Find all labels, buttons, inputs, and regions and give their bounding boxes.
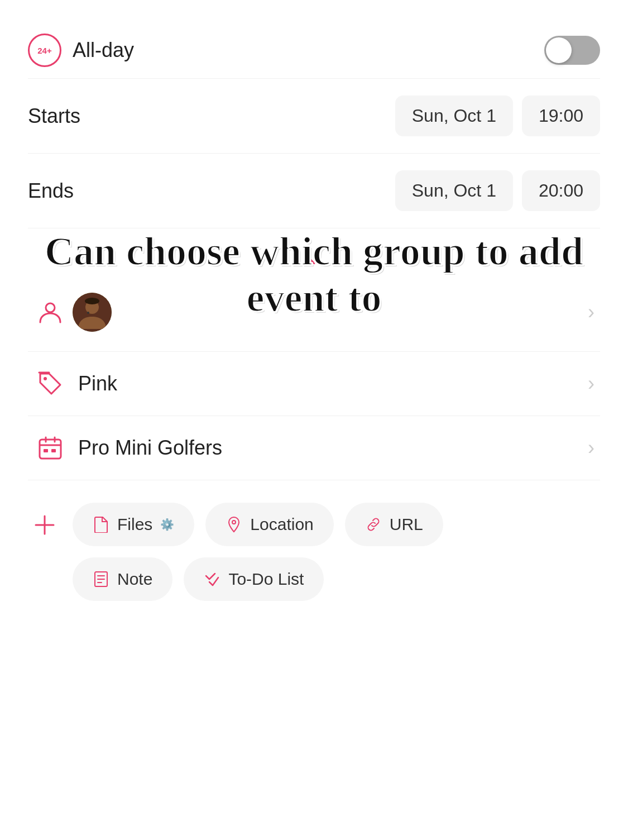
calendar-label: Pro Mini Golfers bbox=[78, 436, 588, 460]
files-badge: ⚙️ bbox=[160, 518, 174, 531]
files-pill[interactable]: Files ⚙️ bbox=[73, 503, 194, 546]
allday-row: All-day bbox=[28, 22, 600, 79]
add-button[interactable] bbox=[28, 508, 61, 542]
color-label: Pink bbox=[78, 372, 588, 395]
note-label: Note bbox=[117, 570, 152, 589]
contact-chevron-right-icon: › bbox=[588, 300, 595, 324]
svg-rect-10 bbox=[51, 449, 56, 452]
svg-point-0 bbox=[46, 303, 55, 312]
person-icon bbox=[33, 300, 67, 324]
calendar-icon bbox=[33, 436, 67, 460]
starts-controls: Sun, Oct 1 19:00 bbox=[395, 96, 600, 136]
ends-controls: Sun, Oct 1 20:00 bbox=[395, 170, 600, 211]
contact-avatar bbox=[73, 293, 112, 332]
url-pill[interactable]: URL bbox=[345, 503, 443, 546]
starts-date-button[interactable]: Sun, Oct 1 bbox=[395, 96, 513, 136]
calendar-chevron-right-icon: › bbox=[588, 436, 595, 460]
allday-left: All-day bbox=[28, 34, 134, 67]
todo-pill[interactable]: To-Do List bbox=[184, 557, 324, 601]
pills-row-2: Note To-Do List bbox=[73, 557, 600, 601]
todo-label: To-Do List bbox=[228, 570, 304, 589]
allday-label: All-day bbox=[73, 39, 134, 62]
pills-row-1: Files ⚙️ Location URL bbox=[73, 503, 600, 546]
color-row[interactable]: Pink › bbox=[28, 352, 600, 416]
pills-grid: Files ⚙️ Location URL bbox=[73, 503, 600, 601]
color-value: Pink bbox=[78, 372, 117, 395]
contact-section: Can choose which group to add event to bbox=[28, 273, 600, 352]
allday-toggle[interactable] bbox=[544, 36, 600, 65]
tag-icon bbox=[33, 371, 67, 396]
main-container: All-day Starts Sun, Oct 1 19:00 Ends Sun… bbox=[0, 0, 628, 634]
ends-label: Ends bbox=[28, 179, 74, 203]
svg-point-13 bbox=[232, 521, 236, 524]
svg-point-3 bbox=[87, 312, 89, 314]
clock-24-icon bbox=[28, 34, 61, 67]
calendar-row[interactable]: Pro Mini Golfers › bbox=[28, 416, 600, 480]
avatar-image bbox=[73, 293, 112, 332]
location-label: Location bbox=[250, 515, 313, 534]
color-chevron-right-icon: › bbox=[588, 372, 595, 395]
ends-row: Ends Sun, Oct 1 20:00 bbox=[28, 154, 600, 228]
files-label: Files bbox=[117, 515, 152, 534]
starts-label: Starts bbox=[28, 104, 80, 128]
svg-point-4 bbox=[85, 298, 99, 304]
chevron-row: ⌄ bbox=[28, 228, 600, 273]
svg-rect-6 bbox=[40, 440, 61, 459]
svg-point-5 bbox=[44, 377, 47, 380]
note-pill[interactable]: Note bbox=[73, 557, 172, 601]
toggle-knob bbox=[546, 37, 572, 63]
contact-row[interactable]: › bbox=[28, 273, 600, 352]
svg-rect-9 bbox=[44, 449, 48, 452]
add-section: Files ⚙️ Location URL bbox=[28, 480, 600, 612]
starts-row: Starts Sun, Oct 1 19:00 bbox=[28, 79, 600, 154]
chevron-down-icon: ⌄ bbox=[305, 245, 324, 268]
ends-time-button[interactable]: 20:00 bbox=[522, 170, 600, 211]
starts-time-button[interactable]: 19:00 bbox=[522, 96, 600, 136]
location-pill[interactable]: Location bbox=[205, 503, 333, 546]
ends-date-button[interactable]: Sun, Oct 1 bbox=[395, 170, 513, 211]
url-label: URL bbox=[390, 515, 423, 534]
